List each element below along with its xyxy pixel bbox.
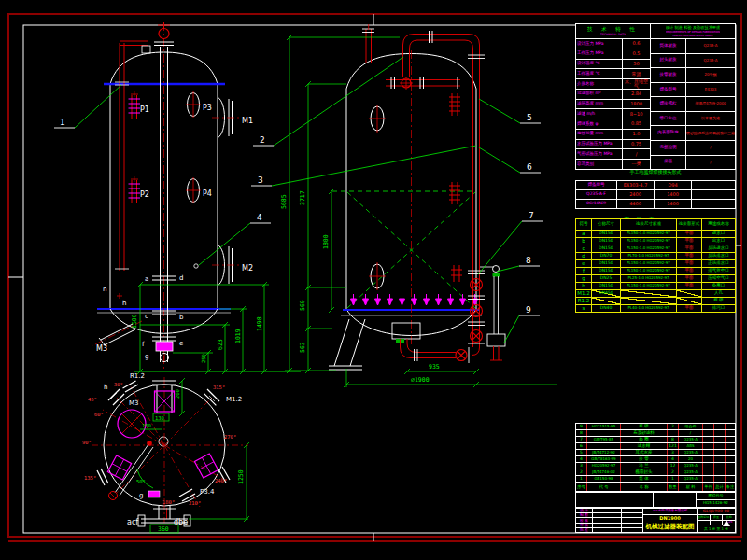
weld-c1: 0Cr18Ni9	[576, 200, 617, 208]
nozzle-row: s DN40 PL40-1.0 HG20592-97 平面 排污口	[576, 305, 735, 312]
title-block: 设 计 制 图 校 核 审 核	[575, 508, 736, 533]
dim-1250: 1250	[237, 469, 245, 484]
nozzle-face: 平面	[677, 238, 702, 245]
label-e: e	[179, 340, 183, 347]
bom-no: 5	[576, 450, 587, 455]
bom-unit-weight	[703, 450, 714, 455]
nozzle-std	[621, 298, 677, 304]
bom-qty: 121	[668, 443, 679, 449]
tech-row: 设计温度 ℃ 50	[576, 60, 650, 70]
tech-row-label: 容器类别	[576, 160, 623, 169]
nozzle-name: 人孔	[702, 290, 735, 297]
bom-row: 2 JB/T4746-02 椭圆封头 2 Q235-A	[576, 469, 735, 476]
dim-1019: 1019	[234, 329, 242, 343]
req-row: 接管材质 20号钢	[651, 68, 735, 83]
tech-row-label: 腐蚀裕量 mm	[576, 130, 623, 139]
nozzle-std: PL150-1.0 HG20592-97	[621, 231, 677, 237]
dim-130: 130	[155, 415, 164, 421]
signature-row: 批 准	[576, 528, 642, 532]
nozzle-h-size: 公称尺寸	[592, 219, 621, 230]
weld-table-banner: 手工电弧焊焊接接头形式	[575, 170, 736, 180]
title-center: ××水处理设备有限公司 DN1900 机械过滤器装配图	[643, 509, 698, 532]
bom-row: 4 GB/T8163-99 接 管 4 20	[576, 456, 735, 463]
tech-row-value: 一类	[623, 160, 650, 169]
tech-row-value: 0.6	[623, 39, 650, 49]
req-row-value: 以本图为准	[686, 112, 735, 126]
nozzle-name: 排气放空口	[702, 268, 735, 274]
spray-nozzles	[351, 294, 478, 305]
signature-role: 设 计	[576, 509, 593, 512]
callout-3: 3	[258, 175, 263, 185]
bom-row: 7 GB/T95-85 垫 圈 8 Q235-A	[576, 437, 735, 443]
nozzle-std: PL40-1.0 HG20592-97	[621, 305, 677, 312]
tech-row-label: 滤层高度 mm	[576, 100, 623, 109]
tech-row-label: 滤速 m/h	[576, 109, 623, 119]
nozzle-p3	[186, 91, 201, 118]
bom-no: 2	[576, 469, 587, 475]
nozzle-face: 平面	[677, 253, 702, 259]
dim-250: 250	[201, 354, 206, 363]
plan-label-acf: acf	[127, 518, 138, 526]
callout-9: 9	[526, 305, 531, 315]
nozzle-size: DN450	[592, 290, 621, 297]
tech-row-label: 设计压力 MPa	[576, 39, 623, 49]
nozzle-p4	[186, 177, 201, 203]
bom-code: HG20592-97	[587, 463, 621, 469]
weld-c4	[692, 190, 735, 199]
tech-row-label: 工作压力 MPa	[576, 49, 623, 59]
bom-note	[726, 437, 735, 442]
bom-mat: Q235-A	[679, 450, 703, 455]
weld-table: 焊条牌号 E4303-4.7 D94 Q235-A·F 2400 1400 0C…	[575, 180, 736, 209]
nozzle-face: 平面	[677, 260, 702, 267]
signature-name	[593, 518, 622, 522]
bom-mat: 组合件	[679, 424, 703, 429]
label-p1: P1	[140, 105, 149, 114]
bom-unit-weight	[703, 456, 714, 462]
tech-row-value: 0.5	[623, 49, 650, 59]
dim-360: 360	[158, 525, 169, 533]
code-label: 图样代号	[697, 493, 735, 499]
nozzle-face: 平面	[677, 245, 702, 252]
dim-1498: 1498	[256, 316, 263, 331]
bom-code: JB/T4712-92	[587, 450, 621, 455]
tech-row-value: /	[623, 149, 650, 159]
weld-row: 焊条牌号 E4303-4.7 D94	[576, 181, 735, 190]
bom-total-weight	[714, 437, 726, 442]
mid-view-dimensions	[285, 35, 557, 387]
tech-row-value: 50	[623, 60, 650, 69]
weld-row: 0Cr18Ni9 4400 1400	[576, 200, 735, 208]
bom-qty	[668, 430, 679, 436]
cad-drawing-canvas: P1 P2 P3 P4 M1 M2 M3 a d c b f e g h n 1…	[0, 0, 747, 560]
weld-row: Q235-A·F 2400 1400	[576, 190, 735, 200]
dim-150: 150	[142, 423, 151, 428]
nozzle-size: DN150	[592, 260, 621, 267]
bottom-head-markers	[117, 293, 122, 299]
scale-label: 比例	[723, 515, 735, 520]
req-row: 无损检测 /	[651, 141, 735, 156]
tech-title: 技 术 特 性	[587, 26, 639, 33]
weld-c3: 1400	[655, 200, 692, 208]
bom-qty: 2	[668, 424, 679, 429]
req-row-label: 封头材质	[651, 54, 686, 68]
bom-qty: 4	[668, 456, 679, 462]
bom-h-total: 总计	[714, 483, 726, 491]
req-row-label: 管口方位	[651, 112, 686, 126]
plan-label-p34: P3.4	[200, 488, 215, 496]
bom-code	[587, 430, 621, 436]
company-name: ××水处理设备有限公司	[643, 509, 697, 515]
bom-no: 7	[576, 437, 587, 442]
bom-h-code: 代 号	[587, 483, 621, 491]
dim-1500: 1500	[131, 314, 138, 329]
label-n: n	[103, 286, 106, 293]
nozzle-std: PL70-1.0 HG20592-97	[621, 253, 677, 259]
tech-row: 设计压力 MPa 0.6	[576, 39, 650, 49]
nozzle-sym: s	[576, 305, 592, 312]
tech-row-label: 气密试验压力 MPa	[576, 149, 623, 159]
req-row-label: 内表面防腐	[651, 126, 686, 140]
bom-name: 椭圆封头	[621, 469, 668, 475]
req-sub2: INSPECTION AND ACCEPTANCE	[672, 34, 712, 37]
nozzle-p1	[129, 91, 141, 119]
tech-row-label: 焊缝系数 φ	[576, 119, 623, 129]
tech-row-value: 0.75	[623, 140, 650, 149]
nozzle-sym: a	[576, 231, 592, 237]
